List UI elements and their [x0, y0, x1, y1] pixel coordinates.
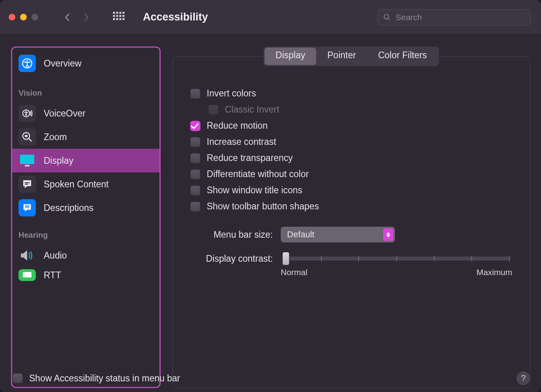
- sidebar-item-label: Zoom: [44, 132, 67, 142]
- close-window-button[interactable]: [9, 14, 15, 20]
- sidebar-item-label: Display: [44, 155, 73, 166]
- sidebar-item-display[interactable]: Display: [12, 149, 159, 172]
- sidebar-item-label: VoiceOver: [44, 108, 85, 119]
- option-label: Increase contrast: [207, 137, 276, 147]
- spoken-content-icon: [19, 176, 36, 193]
- checkbox-show-accessibility-status[interactable]: [13, 373, 23, 383]
- svg-text:99: 99: [25, 204, 30, 209]
- sidebar-highlight-frame: Overview Vision VoiceOver Zoom: [11, 46, 161, 388]
- footer: Show Accessibility status in menu bar ?: [13, 372, 530, 385]
- display-contrast-slider[interactable]: [283, 257, 510, 261]
- sidebar-item-label: Spoken Content: [44, 179, 109, 190]
- checkbox-show-toolbar-button-shapes[interactable]: [190, 202, 200, 212]
- svg-line-1: [388, 18, 390, 20]
- svg-point-5: [26, 111, 27, 112]
- sidebar-item-label: Overview: [44, 58, 82, 69]
- audio-icon: [19, 247, 36, 264]
- svg-rect-12: [25, 165, 30, 166]
- tab-display[interactable]: Display: [265, 48, 316, 65]
- rtt-icon: [19, 269, 36, 281]
- option-label: Show toolbar button shapes: [207, 201, 319, 212]
- menu-bar-size-label: Menu bar size:: [190, 229, 273, 240]
- slider-thumb[interactable]: [282, 252, 289, 265]
- preferences-window: Accessibility Overview Vision: [0, 0, 541, 392]
- option-classic-invert: Classic Invert: [208, 103, 512, 116]
- descriptions-icon: 99: [19, 199, 36, 216]
- settings-panel: Invert colors Classic Invert Reduce moti…: [172, 56, 530, 388]
- checkbox-classic-invert: [208, 105, 219, 115]
- checkbox-reduce-transparency[interactable]: [190, 153, 200, 163]
- sidebar-item-descriptions[interactable]: 99 Descriptions: [12, 196, 159, 220]
- option-label: Classic Invert: [225, 104, 279, 115]
- sidebar-section-vision: Vision: [12, 78, 159, 102]
- footer-label: Show Accessibility status in menu bar: [29, 373, 180, 384]
- sidebar-item-label: Audio: [44, 250, 67, 261]
- sidebar-item-rtt[interactable]: RTT: [12, 267, 159, 283]
- sidebar-section-hearing: Hearing: [12, 220, 159, 244]
- svg-line-7: [29, 139, 32, 142]
- menu-bar-size-row: Menu bar size: Default: [190, 227, 512, 242]
- display-contrast-label: Display contrast:: [190, 253, 273, 264]
- svg-rect-11: [20, 155, 34, 164]
- option-label: Invert colors: [207, 88, 256, 99]
- sidebar-item-label: Descriptions: [44, 203, 94, 213]
- select-stepper-icon: [383, 228, 393, 241]
- slider-min-label: Normal: [281, 268, 308, 277]
- svg-rect-14: [25, 184, 28, 185]
- option-reduce-transparency[interactable]: Reduce transparency: [190, 151, 512, 165]
- svg-point-0: [384, 14, 389, 19]
- voiceover-icon: [19, 105, 36, 122]
- window-controls: [9, 14, 38, 20]
- sidebar-item-label: RTT: [44, 270, 61, 281]
- checkbox-invert-colors[interactable]: [190, 89, 200, 99]
- display-icon: [19, 152, 36, 169]
- option-label: Differentiate without color: [207, 169, 309, 179]
- zoom-window-button[interactable]: [31, 14, 38, 20]
- checkbox-differentiate-without-color[interactable]: [190, 169, 200, 179]
- zoom-icon: [19, 128, 36, 146]
- sidebar-item-overview[interactable]: Overview: [12, 49, 159, 78]
- content-area: Overview Vision VoiceOver Zoom: [0, 35, 541, 392]
- minimize-window-button[interactable]: [20, 14, 27, 20]
- option-label: Show window title icons: [207, 185, 302, 196]
- sidebar-item-voiceover[interactable]: VoiceOver: [12, 102, 159, 125]
- main-panel: Display Pointer Color Filters Invert col…: [172, 46, 530, 388]
- svg-point-3: [26, 60, 28, 62]
- option-increase-contrast[interactable]: Increase contrast: [190, 135, 512, 149]
- svg-rect-13: [25, 182, 30, 183]
- option-show-toolbar-button-shapes[interactable]: Show toolbar button shapes: [190, 200, 512, 213]
- toolbar: Accessibility: [0, 0, 541, 35]
- svg-rect-16: [23, 272, 31, 277]
- slider-max-label: Maximum: [476, 268, 512, 277]
- sidebar-item-spoken-content[interactable]: Spoken Content: [12, 172, 159, 196]
- show-all-button[interactable]: [113, 12, 124, 23]
- checkbox-show-window-title-icons[interactable]: [190, 185, 200, 196]
- back-button[interactable]: [62, 12, 73, 23]
- sidebar: Overview Vision VoiceOver Zoom: [12, 49, 159, 387]
- option-invert-colors[interactable]: Invert colors: [190, 87, 512, 100]
- checkbox-reduce-motion[interactable]: [190, 121, 200, 131]
- search-input[interactable]: [396, 13, 525, 22]
- display-contrast-row: Display contrast: Normal Maximum: [190, 253, 512, 277]
- search-icon: [383, 13, 391, 21]
- accessibility-icon: [19, 55, 36, 72]
- forward-button[interactable]: [81, 12, 92, 23]
- slider-ticks: [283, 257, 510, 261]
- menu-bar-size-select[interactable]: Default: [281, 227, 395, 242]
- segmented-tabs: Display Pointer Color Filters: [263, 46, 439, 66]
- tab-pointer[interactable]: Pointer: [316, 48, 367, 65]
- tab-color-filters[interactable]: Color Filters: [367, 48, 438, 65]
- select-value: Default: [287, 229, 315, 240]
- option-differentiate-without-color[interactable]: Differentiate without color: [190, 167, 512, 181]
- option-label: Reduce transparency: [207, 153, 293, 163]
- sidebar-item-zoom[interactable]: Zoom: [12, 125, 159, 149]
- option-show-window-title-icons[interactable]: Show window title icons: [190, 183, 512, 197]
- window-title: Accessibility: [143, 11, 208, 23]
- help-button[interactable]: ?: [517, 372, 530, 385]
- checkbox-increase-contrast[interactable]: [190, 137, 200, 147]
- nav-arrows: [62, 12, 92, 23]
- option-reduce-motion[interactable]: Reduce motion: [190, 119, 512, 133]
- option-label: Reduce motion: [207, 120, 268, 131]
- search-field[interactable]: [377, 9, 531, 26]
- sidebar-item-audio[interactable]: Audio: [12, 244, 159, 267]
